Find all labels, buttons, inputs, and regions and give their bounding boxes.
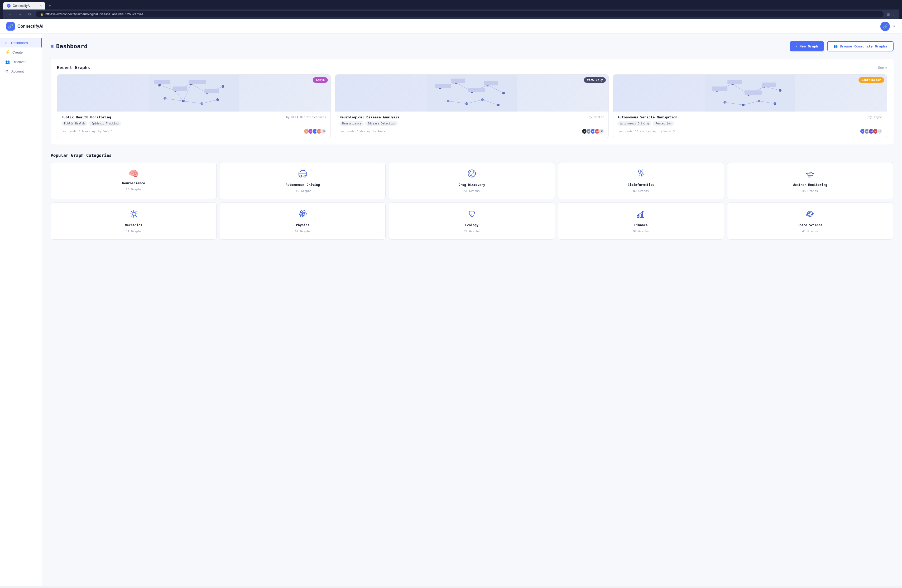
category-drug[interactable]: Drug Discovery 51 Graphs xyxy=(389,162,554,199)
weather-icon xyxy=(805,169,815,180)
svg-rect-21 xyxy=(189,80,206,84)
bioinformatics-icon xyxy=(636,169,646,180)
category-ecology[interactable]: Ecology 29 Graphs xyxy=(389,203,554,240)
graph-footer-2: Last push: 1 day ago by RazLab R M R M +… xyxy=(340,128,604,134)
new-graph-button[interactable]: ⚡ New Graph xyxy=(790,41,824,52)
sidebar-item-account[interactable]: ⚙ Account xyxy=(0,66,42,76)
tag-public-health: Public Health xyxy=(61,121,87,126)
dashboard-title-icon: ⊞ xyxy=(51,44,53,49)
graph-card-3[interactable]: Contributor Autonomous Vehicle Navigatio… xyxy=(613,74,887,138)
tag-perception: Perception xyxy=(653,121,674,126)
graph-preview-2: View Only xyxy=(335,75,608,111)
page-title: ⊞ Dashboard xyxy=(51,43,88,50)
graph-title-3: Autonomous Vehicle Navigation xyxy=(617,115,677,119)
mechanics-count: 34 Graphs xyxy=(126,230,142,233)
new-tab-button[interactable]: + xyxy=(46,2,53,9)
svg-rect-81 xyxy=(637,216,639,217)
weather-name: Weather Monitoring xyxy=(793,183,827,187)
main-content: ⊞ Dashboard ⚡ New Graph 👥 Browse Communi… xyxy=(42,34,902,586)
finance-icon xyxy=(636,209,646,221)
autonomous-icon xyxy=(298,169,307,180)
categories-row-1: 🧠 Neuroscience 78 Graphs Au xyxy=(51,162,894,199)
category-weather[interactable]: Weather Monitoring 45 Graphs xyxy=(727,162,893,199)
physics-count: 67 Graphs xyxy=(295,230,311,233)
category-space[interactable]: Space Science 41 Graphs xyxy=(727,203,893,240)
avatar-count-2: +17 xyxy=(598,128,604,134)
category-physics[interactable]: Physics 67 Graphs xyxy=(220,203,385,240)
active-tab[interactable]: 🔗 ConnectifyAI ✕ xyxy=(3,2,45,9)
browser-actions: ⊞ ⋮ xyxy=(887,12,896,16)
browse-community-button[interactable]: 👥 Browse Community Graphs xyxy=(827,41,894,52)
sort-label: Sort xyxy=(878,66,884,70)
categories-header: Popular Graph Categories xyxy=(51,153,894,158)
sidebar-item-discover[interactable]: 👥 Discover xyxy=(0,57,42,66)
graph-info-1: Public Health Monitoring by UCLA Health … xyxy=(57,111,330,138)
graph-tags-3: Autonomous Driving Perception xyxy=(617,121,882,126)
address-bar[interactable]: 🔒 https://www.connectify.ai/neurological… xyxy=(36,11,883,17)
logo-icon: 🔗 xyxy=(6,22,15,31)
sort-button[interactable]: Sort ≡ xyxy=(878,66,887,70)
dashboard-icon: ⊞ xyxy=(5,41,8,45)
svg-rect-43 xyxy=(484,81,498,85)
graph-tags-1: Public Health Epidemic Tracking xyxy=(61,121,326,126)
user-avatar-button[interactable]: 🔗 xyxy=(880,22,890,31)
avatar-count-3: +2 xyxy=(877,128,883,134)
tag-disease: Disease Detection xyxy=(365,121,398,126)
sort-icon: ≡ xyxy=(885,66,887,70)
push-info-1: Last push: 2 hours ago by Jesh B. xyxy=(61,130,114,133)
sidebar-item-create[interactable]: ⚡ Create xyxy=(0,47,42,57)
tag-neuroscience: Neuroscience xyxy=(340,121,364,126)
recent-graphs-title: Recent Graphs xyxy=(57,65,90,70)
sidebar: ⊞ Dashboard ⚡ Create 👥 Discover ⚙ Accoun… xyxy=(0,34,42,586)
dashboard-title-text: Dashboard xyxy=(56,43,88,50)
graph-info-3: Autonomous Vehicle Navigation by Waymo A… xyxy=(613,111,886,138)
mechanics-name: Mechanics xyxy=(125,223,142,227)
finance-name: Finance xyxy=(634,223,648,227)
drug-count: 51 Graphs xyxy=(464,189,480,193)
graph-card-1[interactable]: Admin Public Health Monitoring by UCLA H… xyxy=(57,74,331,138)
category-bioinformatics[interactable]: Bioinformatics 80 Graphs xyxy=(558,162,724,199)
category-mechanics[interactable]: Mechanics 34 Graphs xyxy=(51,203,216,240)
sidebar-discover-label: Discover xyxy=(13,60,26,64)
neuroscience-name: Neuroscience xyxy=(122,181,145,185)
new-graph-icon: ⚡ xyxy=(796,44,797,48)
graph-info-2: Neurological Disease Analysis by RazLab … xyxy=(335,111,608,138)
sidebar-item-dashboard[interactable]: ⊞ Dashboard xyxy=(0,38,42,47)
avatars-1: A N J K +38 xyxy=(304,128,326,134)
url-text: https://www.connectify.ai/neurological_d… xyxy=(45,13,143,16)
svg-rect-82 xyxy=(640,214,641,217)
category-neuroscience[interactable]: 🧠 Neuroscience 78 Graphs xyxy=(51,162,216,199)
avatars-3: B M A P +2 xyxy=(860,128,883,134)
svg-rect-83 xyxy=(642,212,644,217)
category-autonomous[interactable]: Autonomous Driving 119 Graphs xyxy=(220,162,385,199)
graph-card-2[interactable]: View Only Neurological Disease Analysis … xyxy=(335,74,609,138)
forward-button[interactable]: → xyxy=(16,12,23,17)
avatar-count-1: +38 xyxy=(321,128,326,134)
ecology-icon xyxy=(467,209,477,221)
svg-rect-61 xyxy=(712,86,728,91)
avatars-2: R M R M +17 xyxy=(581,128,604,134)
user-menu-chevron[interactable]: ▼ xyxy=(893,25,896,28)
browse-icon: 👥 xyxy=(833,44,838,48)
graph-author-1: by UCLA Health Sciences xyxy=(286,116,326,119)
extensions-icon[interactable]: ⊞ xyxy=(887,12,890,16)
ecology-name: Ecology xyxy=(465,223,479,227)
svg-rect-62 xyxy=(728,80,742,84)
svg-rect-19 xyxy=(154,80,170,84)
browser-chrome: 🔗 ConnectifyAI ✕ + ← → ↻ 🔒 https://www.c… xyxy=(0,0,902,19)
browser-addressbar: ← → ↻ 🔒 https://www.connectify.ai/neurol… xyxy=(3,9,899,19)
recent-graphs-section: Recent Graphs Sort ≡ xyxy=(51,59,894,144)
refresh-button[interactable]: ↻ xyxy=(27,12,33,17)
tab-close-button[interactable]: ✕ xyxy=(39,5,42,7)
svg-point-85 xyxy=(806,211,814,216)
svg-rect-63 xyxy=(745,91,762,95)
graph-title-row-1: Public Health Monitoring by UCLA Health … xyxy=(61,115,326,119)
menu-icon[interactable]: ⋮ xyxy=(892,12,896,16)
header-actions: ⚡ New Graph 👥 Browse Community Graphs xyxy=(790,41,894,52)
back-button[interactable]: ← xyxy=(6,12,13,17)
tag-epidemic: Epidemic Tracking xyxy=(89,121,121,126)
svg-rect-41 xyxy=(451,78,465,83)
category-finance[interactable]: Finance 92 Graphs xyxy=(558,203,724,240)
graph-preview-1: Admin xyxy=(57,75,330,111)
categories-title: Popular Graph Categories xyxy=(51,153,111,158)
